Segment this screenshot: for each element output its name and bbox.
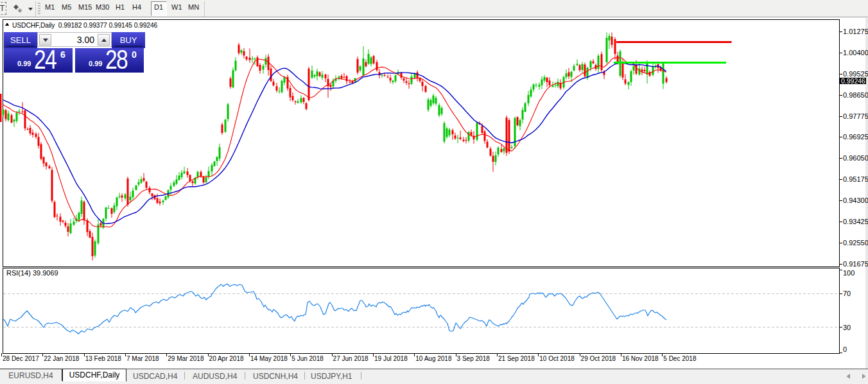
- svg-text:0.97775: 0.97775: [843, 112, 868, 120]
- svg-text:5 Jun 2018: 5 Jun 2018: [291, 355, 324, 362]
- svg-text:0.96925: 0.96925: [843, 133, 868, 141]
- svg-text:0: 0: [843, 345, 847, 353]
- svg-text:0.91675: 0.91675: [843, 260, 868, 268]
- svg-text:5 Dec 2018: 5 Dec 2018: [663, 355, 697, 362]
- svg-text:10 Aug 2018: 10 Aug 2018: [415, 355, 452, 362]
- svg-text:100: 100: [843, 269, 855, 277]
- svg-text:13 Feb 2018: 13 Feb 2018: [85, 355, 122, 362]
- svg-text:22 Jan 2018: 22 Jan 2018: [44, 355, 79, 362]
- svg-text:0.99246: 0.99246: [841, 77, 865, 85]
- svg-text:16 Nov 2018: 16 Nov 2018: [622, 355, 659, 362]
- svg-text:0.95175: 0.95175: [843, 175, 868, 183]
- svg-text:USDCHF,Daily 0.99182 0.99377: USDCHF,Daily 0.99182 0.99377 0.99145 0.9…: [12, 22, 158, 29]
- svg-text:30: 30: [843, 324, 851, 331]
- svg-text:0.94300: 0.94300: [843, 196, 868, 204]
- svg-text:1.01275: 1.01275: [843, 28, 868, 35]
- svg-text:28 Dec 2017: 28 Dec 2017: [3, 355, 39, 362]
- svg-text:19 Jul 2018: 19 Jul 2018: [374, 355, 408, 362]
- svg-text:RSI(14) 39.9069: RSI(14) 39.9069: [6, 269, 58, 277]
- svg-text:29 Mar 2018: 29 Mar 2018: [168, 355, 204, 362]
- svg-text:1.00400: 1.00400: [843, 49, 868, 57]
- svg-text:29 Oct 2018: 29 Oct 2018: [581, 355, 616, 362]
- svg-text:21 Sep 2018: 21 Sep 2018: [498, 355, 535, 362]
- svg-text:70: 70: [843, 290, 851, 297]
- svg-text:0.98650: 0.98650: [843, 91, 868, 99]
- svg-text:0.92550: 0.92550: [843, 239, 868, 247]
- svg-text:7 Mar 2018: 7 Mar 2018: [126, 355, 159, 362]
- svg-text:10 Oct 2018: 10 Oct 2018: [539, 355, 575, 362]
- svg-text:0.93425: 0.93425: [843, 218, 868, 225]
- svg-text:20 Apr 2018: 20 Apr 2018: [209, 355, 244, 362]
- svg-text:0.96050: 0.96050: [843, 154, 868, 162]
- svg-text:14 May 2018: 14 May 2018: [250, 355, 288, 362]
- svg-text:27 Jun 2018: 27 Jun 2018: [333, 355, 369, 362]
- svg-text:3 Sep 2018: 3 Sep 2018: [457, 355, 490, 362]
